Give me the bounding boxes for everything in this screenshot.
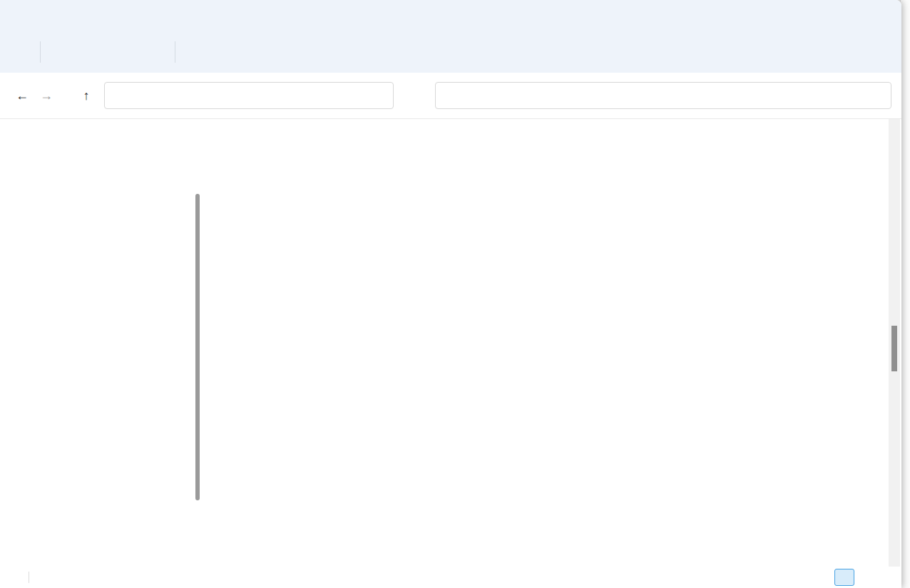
main-content <box>0 119 901 567</box>
close-button[interactable] <box>869 0 901 31</box>
new-button[interactable] <box>10 46 33 58</box>
maximize-button[interactable] <box>836 0 869 31</box>
window-chrome <box>0 0 901 73</box>
file-list-area <box>202 119 901 567</box>
file-explorer-window: ← → ↑ <box>0 0 901 588</box>
toolbar-separator <box>175 41 175 63</box>
copy-button[interactable] <box>68 46 88 58</box>
toolbar-separator <box>40 41 41 63</box>
rename-button[interactable] <box>108 46 128 58</box>
sidebar <box>0 119 202 567</box>
navigation-bar: ← → ↑ <box>0 73 901 119</box>
column-headers <box>202 122 901 145</box>
up-button[interactable]: ↑ <box>74 83 98 108</box>
cut-button[interactable] <box>48 46 68 58</box>
delete-button[interactable] <box>148 46 168 58</box>
address-bar[interactable] <box>104 82 394 109</box>
details-view-toggle[interactable] <box>834 569 854 586</box>
scrollbar-thumb[interactable] <box>891 326 897 371</box>
sidebar-scrollbar[interactable] <box>195 194 200 500</box>
search-input[interactable] <box>451 90 882 101</box>
forward-button[interactable]: → <box>34 83 58 108</box>
titlebar[interactable] <box>0 0 901 31</box>
sort-button[interactable] <box>183 46 205 58</box>
view-button[interactable] <box>221 46 244 58</box>
minimize-button[interactable] <box>803 0 836 31</box>
status-separator <box>29 572 29 583</box>
command-bar <box>0 31 901 73</box>
status-bar <box>0 567 901 588</box>
share-button[interactable] <box>128 46 148 58</box>
search-box[interactable] <box>435 82 891 109</box>
refresh-button[interactable] <box>401 83 425 108</box>
background-window-sliver <box>900 0 910 588</box>
back-button[interactable]: ← <box>10 83 34 108</box>
recent-locations-button[interactable] <box>58 83 74 108</box>
paste-button[interactable] <box>88 46 108 58</box>
icons-view-toggle[interactable] <box>862 569 881 586</box>
file-list-scrollbar[interactable] <box>889 119 900 567</box>
